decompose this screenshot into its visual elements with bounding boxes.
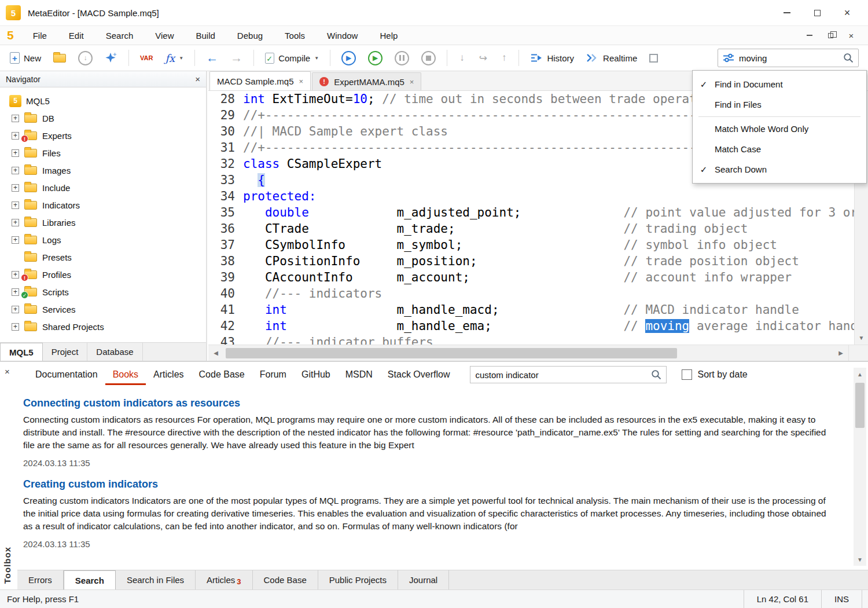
start-debug-button[interactable]: ▶	[337, 49, 360, 68]
code-line-43[interactable]: 43 //--- indicator buffers	[208, 334, 854, 345]
menu-file[interactable]: File	[22, 27, 58, 44]
tree-item-include[interactable]: +Include	[0, 179, 206, 196]
code-line-41[interactable]: 41 int m_handle_macd; // MACD indicator …	[208, 302, 854, 318]
navigate-back-button[interactable]: ←	[202, 49, 222, 67]
search-icon[interactable]	[651, 369, 661, 380]
code-line-42[interactable]: 42 int m_handle_ema; // moving average i…	[208, 318, 854, 334]
new-file-button[interactable]: + New	[6, 50, 45, 66]
expand-icon[interactable]: +	[12, 236, 19, 244]
tree-item-mql5[interactable]: 5MQL5	[0, 92, 206, 109]
scrollbar-thumb[interactable]	[226, 348, 677, 358]
editor-horizontal-scrollbar[interactable]: ◀ ▶	[208, 345, 868, 361]
close-button[interactable]: ×	[832, 3, 862, 23]
variables-button[interactable]: VAR	[136, 52, 157, 64]
mdi-restore-button[interactable]	[823, 29, 838, 42]
toolbar-search-input[interactable]	[739, 53, 838, 63]
tree-item-scripts[interactable]: +✓Scripts	[0, 283, 206, 301]
mdi-close-button[interactable]: ×	[844, 29, 859, 42]
step-over-button[interactable]: ↪	[474, 50, 492, 67]
navigator-tab-database[interactable]: Database	[87, 343, 142, 361]
realtime-button[interactable]: Realtime	[582, 51, 641, 65]
toolbox-bottom-tab-articles[interactable]: Articles3	[196, 570, 252, 589]
expand-icon[interactable]: +	[12, 323, 19, 331]
result-title-link[interactable]: Creating custom indicators	[23, 478, 836, 490]
scrollbar-thumb[interactable]	[855, 383, 865, 428]
compile-button[interactable]: ✓ Compile ▼	[261, 50, 323, 66]
toolbox-bottom-tab-journal[interactable]: Journal	[398, 570, 449, 589]
expand-icon[interactable]: +	[12, 271, 19, 279]
toolbox-tab-stack-overflow[interactable]: Stack Overflow	[380, 364, 458, 385]
tree-item-shared-projects[interactable]: +Shared Projects	[0, 318, 206, 335]
toolbox-tab-github[interactable]: GitHub	[294, 364, 338, 385]
sort-by-date-checkbox[interactable]	[682, 369, 692, 380]
tree-item-experts[interactable]: +!Experts	[0, 127, 206, 144]
expand-icon[interactable]: +	[12, 288, 19, 296]
toolbox-tab-msdn[interactable]: MSDN	[338, 364, 380, 385]
code-line-36[interactable]: 36 CTrade m_trade; // trading object	[208, 221, 854, 237]
open-file-button[interactable]	[49, 52, 70, 65]
step-out-button[interactable]: ↑	[496, 50, 512, 66]
menu-view[interactable]: View	[144, 27, 185, 44]
scrollbar-track[interactable]	[223, 345, 833, 361]
tree-item-profiles[interactable]: +!Profiles	[0, 266, 206, 283]
tree-item-logs[interactable]: +Logs	[0, 231, 206, 248]
tree-item-presets[interactable]: Presets	[0, 248, 206, 266]
expand-icon[interactable]: +	[12, 132, 19, 140]
editor-tab-expertmama-mq5[interactable]: !ExpertMAMA.mq5×	[312, 72, 421, 90]
layout-button[interactable]	[645, 52, 662, 65]
pause-button[interactable]	[391, 49, 413, 68]
scroll-up-button[interactable]: ▲	[854, 368, 866, 380]
code-line-40[interactable]: 40 //--- indicators	[208, 285, 854, 302]
tree-item-services[interactable]: +Services	[0, 301, 206, 318]
tree-item-images[interactable]: +Images	[0, 162, 206, 179]
toolbox-bottom-tab-search-in-files[interactable]: Search in Files	[116, 570, 196, 589]
toolbox-bottom-tab-code-base[interactable]: Code Base	[253, 570, 318, 589]
menu-tools[interactable]: Tools	[274, 27, 316, 44]
expand-icon[interactable]: +	[12, 184, 19, 192]
step-into-button[interactable]: ↓	[454, 50, 470, 66]
menu-build[interactable]: Build	[185, 27, 226, 44]
menu-help[interactable]: Help	[369, 27, 409, 44]
close-toolbox-icon[interactable]: ×	[5, 367, 10, 376]
code-line-37[interactable]: 37 CSymbolInfo m_symbol; // symbol info …	[208, 237, 854, 253]
toolbox-scrollbar[interactable]: ▲ ▼	[854, 368, 866, 566]
code-line-39[interactable]: 39 CAccountInfo m_account; // account in…	[208, 269, 854, 285]
search-icon[interactable]	[843, 53, 854, 63]
toolbox-bottom-tab-search[interactable]: Search	[64, 570, 116, 589]
tree-item-indicators[interactable]: +Indicators	[0, 196, 206, 214]
code-line-34[interactable]: 34protected:	[208, 188, 854, 204]
search-menu-item-find-in-files[interactable]: Find in Files	[693, 94, 866, 115]
toolbox-bottom-tab-errors[interactable]: Errors	[17, 570, 64, 589]
history-button[interactable]: History	[526, 51, 578, 65]
copilot-button[interactable]	[101, 49, 122, 67]
close-tab-icon[interactable]: ×	[299, 77, 304, 86]
scroll-left-button[interactable]: ◀	[208, 345, 223, 361]
search-menu-item-search-down[interactable]: ✓Search Down	[693, 159, 866, 180]
expand-icon[interactable]: +	[12, 202, 19, 209]
search-menu-item-match-case[interactable]: Match Case	[693, 139, 866, 159]
scroll-right-button[interactable]: ▶	[833, 345, 848, 361]
menu-window[interactable]: Window	[316, 27, 369, 44]
toolbox-tab-documentation[interactable]: Documentation	[28, 364, 105, 385]
toolbox-bottom-tab-public-projects[interactable]: Public Projects	[318, 570, 398, 589]
expand-icon[interactable]: +	[12, 306, 19, 313]
scroll-down-button[interactable]: ▼	[854, 553, 866, 566]
menu-debug[interactable]: Debug	[226, 27, 274, 44]
search-options-icon[interactable]	[723, 53, 734, 63]
code-line-38[interactable]: 38 CPositionInfo m_position; // trade po…	[208, 253, 854, 269]
insert-function-button[interactable]: ƒx ▼	[161, 50, 187, 67]
search-menu-item-match-whole-word-only[interactable]: Match Whole Word Only	[693, 119, 866, 139]
toolbox-tab-books[interactable]: Books	[105, 364, 146, 385]
close-navigator-icon[interactable]: ×	[195, 74, 200, 84]
search-menu-item-find-in-document[interactable]: ✓Find in Document	[693, 74, 866, 94]
navigator-tab-mql5[interactable]: MQL5	[0, 343, 43, 361]
result-title-link[interactable]: Connecting custom indicators as resource…	[23, 397, 836, 409]
stop-button[interactable]	[417, 49, 440, 68]
code-line-35[interactable]: 35 double m_adjusted_point; // point val…	[208, 204, 854, 221]
toolbox-tab-forum[interactable]: Forum	[252, 364, 294, 385]
tree-item-db[interactable]: +DB	[0, 109, 206, 127]
close-tab-icon[interactable]: ×	[410, 78, 414, 86]
scroll-down-button[interactable]: ▼	[855, 331, 868, 345]
run-button[interactable]: ▶	[364, 49, 387, 68]
toolbox-search-input[interactable]	[475, 370, 648, 380]
